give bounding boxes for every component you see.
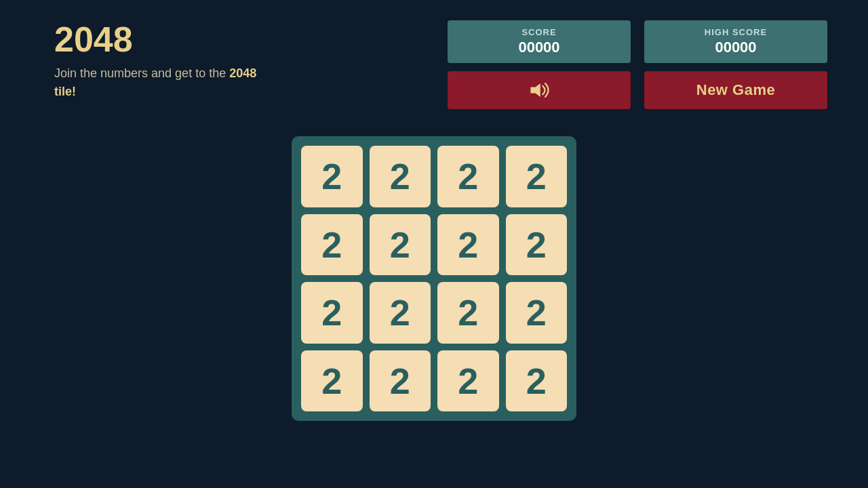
tile: 2 [370, 350, 431, 412]
sound-icon [527, 81, 551, 100]
tile: 2 [370, 282, 431, 344]
score-box: SCORE 00000 [448, 20, 631, 63]
game-board: 2222222222222222 [292, 136, 576, 421]
tile: 2 [301, 282, 363, 344]
tile: 2 [370, 214, 431, 276]
svg-marker-0 [530, 83, 540, 97]
tile: 2 [437, 350, 499, 412]
game-subtitle: Join the numbers and get to the 2048 til… [54, 64, 271, 101]
tile: 2 [437, 282, 499, 344]
tile: 2 [437, 214, 499, 276]
new-game-button[interactable]: New Game [644, 71, 827, 109]
tile: 2 [301, 214, 363, 276]
high-score-box: HIGH SCORE 00000 [644, 20, 827, 63]
tile: 2 [437, 146, 499, 207]
subtitle-text: Join the numbers and get to the [54, 66, 229, 80]
high-score-value: 00000 [658, 39, 814, 56]
button-row: New Game [448, 71, 827, 109]
top-area: 2048 Join the numbers and get to the 204… [0, 0, 868, 109]
sound-button[interactable] [448, 71, 631, 109]
high-score-label: HIGH SCORE [658, 27, 814, 37]
tile: 2 [301, 146, 363, 207]
score-label: SCORE [461, 27, 617, 37]
score-value: 00000 [461, 39, 617, 56]
tile: 2 [506, 350, 568, 412]
tile: 2 [370, 146, 431, 207]
tile: 2 [506, 214, 568, 276]
game-title: 2048 [54, 20, 271, 59]
controls-area: SCORE 00000 HIGH SCORE 00000 [448, 20, 827, 109]
branding: 2048 Join the numbers and get to the 204… [54, 20, 271, 101]
score-row: SCORE 00000 HIGH SCORE 00000 [448, 20, 827, 63]
app-container: 2048 Join the numbers and get to the 204… [0, 0, 868, 488]
tile: 2 [301, 350, 363, 412]
tile: 2 [506, 282, 568, 344]
tile: 2 [506, 146, 568, 207]
